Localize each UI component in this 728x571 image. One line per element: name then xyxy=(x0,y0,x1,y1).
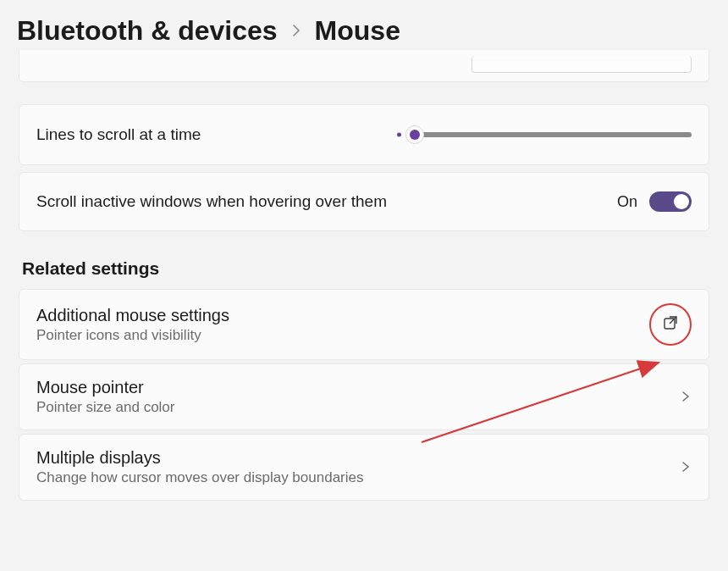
annotation-circle xyxy=(649,303,692,346)
chevron-right-icon xyxy=(680,387,692,407)
link-title: Mouse pointer xyxy=(36,378,174,397)
scroll-inactive-label: Scroll inactive windows when hovering ov… xyxy=(36,192,387,211)
setting-scroll-inactive: Scroll inactive windows when hovering ov… xyxy=(19,172,709,231)
settings-panel: Roll the mouse wheel to scroll Lines to … xyxy=(0,50,728,501)
link-subtitle: Change how cursor moves over display bou… xyxy=(36,469,363,486)
scroll-inactive-state: On xyxy=(617,193,637,211)
scroll-inactive-toggle-wrap: On xyxy=(617,191,692,212)
setting-lines-to-scroll: Lines to scroll at a time xyxy=(19,104,709,165)
link-title: Additional mouse settings xyxy=(36,306,229,325)
lines-slider[interactable] xyxy=(412,132,692,137)
link-subtitle: Pointer icons and visibility xyxy=(36,327,229,344)
link-mouse-pointer[interactable]: Mouse pointer Pointer size and color xyxy=(19,363,709,430)
breadcrumb: Bluetooth & devices Mouse xyxy=(0,0,728,53)
roll-wheel-dropdown[interactable] xyxy=(472,56,692,73)
chevron-right-icon xyxy=(680,457,692,477)
slider-thumb[interactable] xyxy=(405,125,424,144)
lines-to-scroll-label: Lines to scroll at a time xyxy=(36,125,201,144)
link-subtitle: Pointer size and color xyxy=(36,399,174,416)
related-settings-heading: Related settings xyxy=(22,258,709,279)
breadcrumb-parent[interactable]: Bluetooth & devices xyxy=(17,15,278,47)
breadcrumb-current: Mouse xyxy=(315,15,400,47)
setting-roll-wheel: Roll the mouse wheel to scroll xyxy=(19,50,709,82)
lines-slider-wrap xyxy=(201,132,692,137)
scroll-inactive-toggle[interactable] xyxy=(649,191,692,212)
link-multiple-displays[interactable]: Multiple displays Change how cursor move… xyxy=(19,434,709,501)
slider-min-dot xyxy=(397,133,401,137)
link-title: Multiple displays xyxy=(36,448,363,468)
external-link-icon xyxy=(662,314,679,335)
link-additional-mouse-settings[interactable]: Additional mouse settings Pointer icons … xyxy=(19,289,709,360)
chevron-right-icon xyxy=(290,20,303,42)
toggle-knob xyxy=(674,194,689,209)
